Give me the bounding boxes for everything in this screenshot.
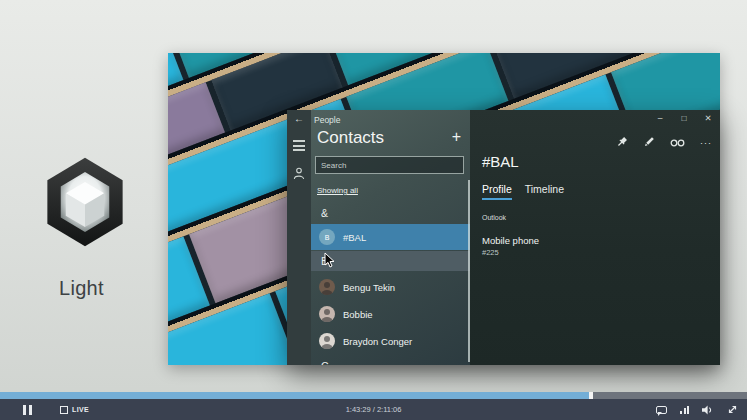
minimize-button[interactable]: – bbox=[648, 110, 672, 127]
avatar bbox=[319, 333, 335, 349]
contact-name: #BAL bbox=[343, 232, 366, 243]
account-source-label: Outlook bbox=[482, 214, 506, 221]
add-contact-button[interactable]: + bbox=[452, 128, 461, 146]
seek-bar[interactable] bbox=[0, 392, 747, 399]
progress-fill bbox=[0, 392, 590, 399]
close-button[interactable]: ✕ bbox=[696, 110, 720, 127]
contact-detail-pane: ··· #BAL Profile Timeline Outlook Mobile… bbox=[470, 110, 720, 365]
contacts-heading: Contacts bbox=[317, 128, 384, 148]
window-controls: – □ ✕ bbox=[648, 110, 720, 127]
pin-icon[interactable] bbox=[616, 134, 628, 152]
volume-icon[interactable] bbox=[702, 401, 714, 419]
stage: Light ← People – □ ✕ Contacts + bbox=[0, 0, 747, 420]
detail-tabs: Profile Timeline bbox=[482, 183, 564, 200]
tab-timeline[interactable]: Timeline bbox=[525, 183, 564, 200]
fullscreen-icon[interactable] bbox=[727, 401, 738, 419]
light-theme-cube-icon bbox=[42, 156, 128, 248]
more-options-icon[interactable]: ··· bbox=[700, 138, 712, 148]
back-arrow-icon[interactable]: ← bbox=[294, 113, 304, 124]
hamburger-menu-icon[interactable] bbox=[293, 140, 305, 154]
detail-toolbar: ··· bbox=[616, 134, 712, 152]
player-control-bar: LIVE 1:43:29 / 2:11:06 bbox=[0, 399, 747, 420]
avatar bbox=[319, 306, 335, 322]
contact-name: Braydon Conger bbox=[343, 336, 412, 347]
contact-detail-title: #BAL bbox=[482, 153, 519, 170]
avatar: B bbox=[319, 229, 335, 245]
contact-row[interactable]: Bobbie bbox=[311, 301, 470, 327]
avatar bbox=[319, 279, 335, 295]
contact-name: Bobbie bbox=[343, 309, 373, 320]
group-letter[interactable]: & bbox=[311, 204, 470, 222]
nav-rail bbox=[287, 110, 311, 365]
showing-all-link[interactable]: Showing all bbox=[317, 186, 358, 195]
group-letter[interactable]: C bbox=[311, 357, 470, 365]
search-input[interactable] bbox=[315, 156, 464, 174]
time-display: 1:43:29 / 2:11:06 bbox=[0, 405, 747, 414]
link-icon[interactable] bbox=[670, 134, 685, 152]
contact-row-bal[interactable]: B #BAL bbox=[311, 224, 470, 250]
chat-icon[interactable] bbox=[656, 406, 667, 414]
quality-bars-icon[interactable] bbox=[680, 406, 689, 414]
phone-field-value[interactable]: #225 bbox=[482, 248, 499, 257]
people-app-window: ← People – □ ✕ Contacts + Showing all & bbox=[287, 110, 720, 365]
contacts-person-icon[interactable] bbox=[293, 166, 305, 184]
contact-name: Bengu Tekin bbox=[343, 282, 395, 293]
maximize-button[interactable]: □ bbox=[672, 110, 696, 127]
phone-field-label: Mobile phone bbox=[482, 235, 539, 246]
window-title: People bbox=[314, 115, 340, 125]
tab-profile[interactable]: Profile bbox=[482, 183, 512, 200]
contacts-pane: Contacts + Showing all & B #BAL B Bengu … bbox=[311, 110, 470, 365]
contact-row[interactable]: Bengu Tekin bbox=[311, 274, 470, 300]
mouse-cursor bbox=[324, 252, 335, 272]
progress-handle[interactable] bbox=[589, 392, 593, 399]
contact-row[interactable]: Braydon Conger bbox=[311, 328, 470, 354]
theme-label: Light bbox=[59, 277, 104, 300]
edit-pencil-icon[interactable] bbox=[643, 134, 655, 152]
